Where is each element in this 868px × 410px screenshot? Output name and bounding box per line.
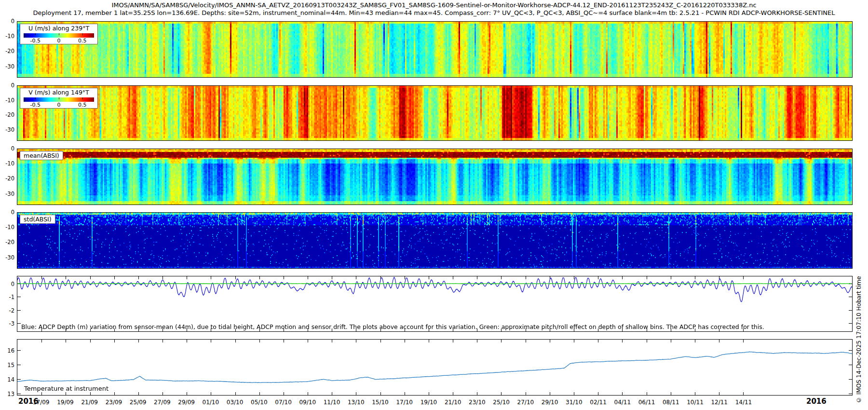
u-ytick--30: -30 (0, 63, 14, 70)
mean-absi-ytick-0: 0 (0, 145, 14, 152)
temp-ytick-15: 15 (0, 362, 14, 369)
depth-ytick-0: 0 (0, 281, 14, 287)
x-axis-date-04-11: 04/11 (614, 399, 631, 406)
x-axis-date-12-11: 12/11 (711, 399, 728, 406)
temp-ytick-14: 14 (0, 376, 14, 383)
colorbar-tick-label-0.5: 0.5 (78, 38, 87, 44)
panel-std-absi: std(ABSI) (17, 212, 853, 269)
std-absi-ytick--10: -10 (0, 224, 14, 231)
x-axis-date-06-11: 06/11 (638, 399, 655, 406)
x-axis-date-08-11: 08/11 (663, 399, 679, 406)
temperature-label: Temperature at instrument (24, 385, 108, 392)
depth-ytick--1: -1 (0, 294, 14, 301)
std-absi-ytick--20: -20 (0, 239, 14, 246)
panel-u-velocity: U (m/s) along 239°T -0.500.5 (17, 21, 853, 78)
x-axis-date-11-10: 11/10 (324, 399, 340, 406)
x-axis-date-17-09: 17/09 (33, 399, 50, 406)
mean-absi-heatmap (17, 149, 852, 205)
figure-title-line2: Deployment 17, member 1 lat=35.25S lon=1… (0, 9, 868, 16)
x-axis-date-05-10: 05/10 (251, 399, 268, 406)
depth-ytick--2: -2 (0, 307, 14, 314)
colorbar-tickmark (59, 33, 59, 35)
u-velocity-heatmap (17, 22, 852, 77)
colorbar-tickmark (82, 33, 83, 35)
mean-absi-ytick--30: -30 (0, 191, 14, 197)
x-axis-date-03-10: 03/10 (227, 399, 244, 406)
v-ytick-0: 0 (0, 82, 14, 89)
depth-variation-caption: Blue: ADCP Depth (m) variation from sens… (21, 323, 764, 330)
colorbar-tickmark (82, 97, 83, 99)
x-axis-date-25-09: 25/09 (130, 399, 147, 406)
mean-absi-ytick--10: -10 (0, 160, 14, 167)
x-axis-date-02-11: 02/11 (590, 399, 607, 406)
std-absi-heatmap (17, 213, 852, 268)
mean-absi-ytick--20: -20 (0, 175, 14, 182)
x-axis-date-19-09: 19/09 (57, 399, 74, 406)
x-axis-date-27-09: 27/09 (154, 399, 171, 406)
std-absi-ytick-0: 0 (0, 209, 14, 216)
figure-title-line1: IMOS/ANMN/SA/SAM8SG/Velocity/IMOS_ANMN-S… (0, 1, 868, 9)
imos-watermark: © IMOS 14-Dec-2025 17:07:10 Hobart time (855, 230, 862, 403)
x-axis-date-01-10: 01/10 (203, 399, 219, 406)
x-axis-date-19-10: 19/10 (420, 399, 437, 406)
panel-temperature: Temperature at instrument (17, 339, 853, 396)
v-ytick--20: -20 (0, 111, 14, 118)
mean-absi-label: mean(ABSI) (20, 151, 63, 160)
u-ytick-0: 0 (0, 18, 14, 25)
panel-mean-absi: mean(ABSI) (17, 149, 853, 205)
colorbar-tick-label--0.5: -0.5 (30, 38, 41, 44)
x-axis-date-23-09: 23/09 (106, 399, 122, 406)
u-ytick--10: -10 (0, 33, 14, 40)
u-colorbar-legend: U (m/s) along 239°T -0.500.5 (20, 24, 98, 44)
colorbar-tick-label--0.5: -0.5 (30, 102, 41, 108)
v-colorbar-legend: V (m/s) along 149°T -0.500.5 (20, 88, 98, 109)
colorbar-tick-label-0: 0 (57, 38, 61, 44)
colorbar-tickmark (35, 97, 36, 99)
depth-ytick--3: -3 (0, 320, 14, 327)
v-velocity-heatmap (17, 86, 852, 140)
v-ytick--10: -10 (0, 97, 14, 104)
x-axis-date-14-11: 14/11 (735, 399, 752, 406)
x-axis-date-31-10: 31/10 (566, 399, 583, 406)
temp-ytick-16: 16 (0, 347, 14, 354)
x-axis-date-29-09: 29/09 (178, 399, 195, 406)
x-axis-date-29-10: 29/10 (542, 399, 558, 406)
std-absi-ytick--30: -30 (0, 254, 14, 261)
colorbar-tick-label-0.5: 0.5 (78, 102, 87, 108)
x-axis-date-17-10: 17/10 (396, 399, 413, 406)
std-absi-label: std(ABSI) (20, 215, 55, 224)
colorbar-tick-label-0: 0 (57, 102, 61, 108)
colorbar-tickmark (35, 33, 36, 35)
x-axis-date-27-10: 27/10 (517, 399, 534, 406)
x-axis-date-21-10: 21/10 (445, 399, 461, 406)
v-ytick--30: -30 (0, 126, 14, 133)
figure-root: IMOS/ANMN/SA/SAM8SG/Velocity/IMOS_ANMN-S… (0, 0, 868, 410)
x-axis-year-right: 2016 (806, 397, 827, 406)
x-axis-date-10-11: 10/11 (687, 399, 704, 406)
u-legend-title: U (m/s) along 239°T (20, 25, 97, 32)
panel-v-velocity: V (m/s) along 149°T -0.500.5 (17, 85, 853, 141)
x-axis-date-13-10: 13/10 (348, 399, 365, 406)
x-axis-date-09-10: 09/10 (299, 399, 316, 406)
u-ytick--20: -20 (0, 48, 14, 55)
x-axis-date-23-10: 23/10 (469, 399, 486, 406)
x-axis: 2016 2016 17/0919/0921/0923/0925/0927/09… (0, 396, 868, 409)
x-axis-date-21-09: 21/09 (81, 399, 98, 406)
x-axis-date-15-10: 15/10 (372, 399, 389, 406)
v-legend-title: V (m/s) along 149°T (20, 89, 97, 96)
temperature-plot (17, 340, 852, 395)
x-axis-date-25-10: 25/10 (493, 399, 510, 406)
colorbar-tickmark (59, 97, 59, 99)
x-axis-date-07-10: 07/10 (275, 399, 292, 406)
panel-depth-variation: Blue: ADCP Depth (m) variation from sens… (17, 276, 853, 332)
